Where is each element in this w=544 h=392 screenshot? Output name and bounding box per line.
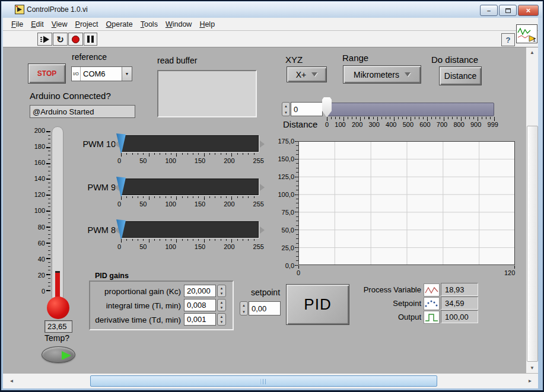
setpoint-label: setpoint: [251, 288, 280, 297]
distance-spinner[interactable]: ▲ ▼: [282, 102, 290, 116]
scroll-up-icon: ▲: [530, 50, 535, 55]
thermometer-bulb: [47, 297, 69, 319]
pid-gains-title: PID gains: [95, 272, 129, 280]
pwm8-slider-track[interactable]: [120, 221, 259, 238]
decrement-icon[interactable]: ▼: [282, 109, 290, 116]
setpoint-spinner[interactable]: ▲▼: [240, 301, 248, 315]
reference-combo[interactable]: I/O COM6 ▼: [71, 66, 132, 81]
proportional-gain-field[interactable]: [184, 285, 216, 297]
chart-plot-area: [298, 141, 515, 265]
thermometer-minor-ticks: [48, 131, 50, 291]
range-ring-selector[interactable]: Mikrometers: [343, 65, 421, 84]
menu-item-tools[interactable]: Tools: [141, 20, 158, 28]
chart-x-label-end: 120: [504, 269, 515, 276]
vertical-scrollbar[interactable]: ▲ ▼: [526, 47, 538, 373]
integral-time-field[interactable]: [184, 299, 216, 311]
abort-button[interactable]: [68, 33, 83, 46]
distance-button[interactable]: Distance: [439, 66, 482, 85]
scroll-right-button[interactable]: ►: [525, 375, 535, 387]
distance-numeric-box[interactable]: [291, 102, 323, 116]
increment-icon[interactable]: ▲: [282, 103, 290, 109]
read-buffer-label: read buffer: [157, 56, 197, 65]
output-curve-icon[interactable]: [424, 311, 440, 324]
xyz-label: XYZ: [285, 55, 303, 65]
pwm8-increment-arrow-icon[interactable]: [260, 227, 265, 234]
range-value: Mikrometers: [354, 70, 399, 79]
distance-numeric-input[interactable]: [291, 103, 322, 116]
visa-io-icon: I/O: [72, 67, 81, 81]
scroll-down-icon: ▼: [530, 365, 535, 371]
chart-x-label-start: 0: [297, 269, 300, 276]
output-value: 100,00: [441, 310, 478, 323]
chart-x-tick-start: [298, 266, 299, 269]
pause-button[interactable]: [84, 33, 97, 46]
legend-process-variable-label: Process Variable: [352, 285, 421, 294]
front-panel: STOP reference I/O COM6 ▼ read buffer Ar…: [3, 47, 526, 373]
run-continuous-button[interactable]: ↻: [53, 33, 68, 46]
horizontal-scrollbar[interactable]: ◄ ►: [3, 373, 538, 388]
help-icon: ?: [506, 36, 511, 44]
menu-item-view[interactable]: View: [52, 20, 68, 28]
maximize-button[interactable]: [499, 5, 517, 16]
temp-label: Temp?: [44, 333, 69, 343]
titlebar[interactable]: ControlProbe 1.0.vi – ×: [2, 2, 542, 18]
pwm10-slider-track[interactable]: [120, 135, 259, 152]
derivative-time-label: derivative time (Td, min): [92, 315, 181, 324]
help-button[interactable]: ?: [501, 33, 515, 46]
setpoint-value: 34,59: [441, 297, 478, 310]
menu-item-edit[interactable]: Edit: [31, 20, 44, 28]
scroll-left-button[interactable]: ◄: [7, 375, 17, 387]
pid-button[interactable]: PID: [286, 284, 349, 325]
process-variable-curve-icon[interactable]: [424, 283, 440, 297]
distance-slider-track[interactable]: [326, 103, 494, 116]
labview-vi-icon: [15, 5, 24, 14]
pwm9-increment-arrow-icon[interactable]: [260, 184, 265, 191]
maximize-icon: [505, 8, 511, 13]
pwm8-label: PWM 8: [37, 225, 116, 235]
setpoint-field[interactable]: [249, 301, 281, 315]
setpoint-curve-icon[interactable]: [424, 297, 440, 310]
distance-minor-ticks: [327, 117, 495, 119]
derivative-time-spinner[interactable]: ▲▼: [217, 313, 226, 326]
scroll-up-button[interactable]: ▲: [526, 47, 538, 58]
pwm9-slider-track[interactable]: [120, 179, 259, 195]
thermometer-scale: 200180160140120100806040200: [26, 127, 45, 295]
derivative-time-field[interactable]: [184, 313, 216, 326]
pwm-scale: 050100150200255: [117, 200, 264, 208]
reference-label: reference: [72, 52, 107, 62]
stop-button-label: STOP: [37, 69, 56, 78]
xyz-ring-selector[interactable]: X+: [287, 66, 327, 82]
run-button[interactable]: [37, 33, 52, 46]
horizontal-scrollbar-thumb[interactable]: [90, 375, 437, 387]
scroll-down-button[interactable]: ▼: [526, 363, 538, 373]
vertical-scrollbar-thumb[interactable]: [527, 126, 538, 362]
stop-button[interactable]: STOP: [28, 63, 66, 84]
setpoint-input[interactable]: [249, 302, 280, 315]
derivative-time-input[interactable]: [184, 314, 215, 325]
menu-item-help[interactable]: Help: [199, 20, 215, 28]
window-title: ControlProbe 1.0.vi: [27, 5, 88, 14]
integral-time-spinner[interactable]: ▲▼: [217, 299, 226, 311]
scrollbar-grip-icon: [260, 379, 267, 384]
temp-led-button[interactable]: [42, 346, 75, 363]
pwm-scale: 050100150200255: [117, 243, 264, 250]
range-label: Range: [342, 53, 368, 63]
minimize-button[interactable]: –: [480, 5, 498, 16]
menu-item-operate[interactable]: Operate: [106, 20, 133, 28]
menu-item-window[interactable]: Window: [166, 20, 192, 28]
ring-arrow-icon: [311, 72, 317, 77]
reference-dropdown-button[interactable]: ▼: [122, 67, 132, 81]
menu-item-file[interactable]: File: [11, 20, 23, 28]
pause-icon: [87, 36, 90, 43]
chart-y-axis-labels: 175,0150,0125,0100,075,050,025,00,0: [270, 138, 294, 269]
integral-time-input[interactable]: [184, 299, 215, 311]
vi-icon[interactable]: 1: [516, 24, 537, 43]
proportional-gain-input[interactable]: [184, 285, 215, 297]
close-button[interactable]: ×: [518, 5, 539, 16]
pwm10-increment-arrow-icon[interactable]: [260, 141, 265, 148]
menu-item-project[interactable]: Project: [75, 20, 98, 28]
process-variable-value: 18,93: [441, 283, 478, 296]
proportional-gain-spinner[interactable]: ▲▼: [217, 285, 226, 297]
pwm10-minor-ticks: [121, 153, 259, 155]
integral-time-label: integral time (Ti, min): [92, 301, 181, 310]
